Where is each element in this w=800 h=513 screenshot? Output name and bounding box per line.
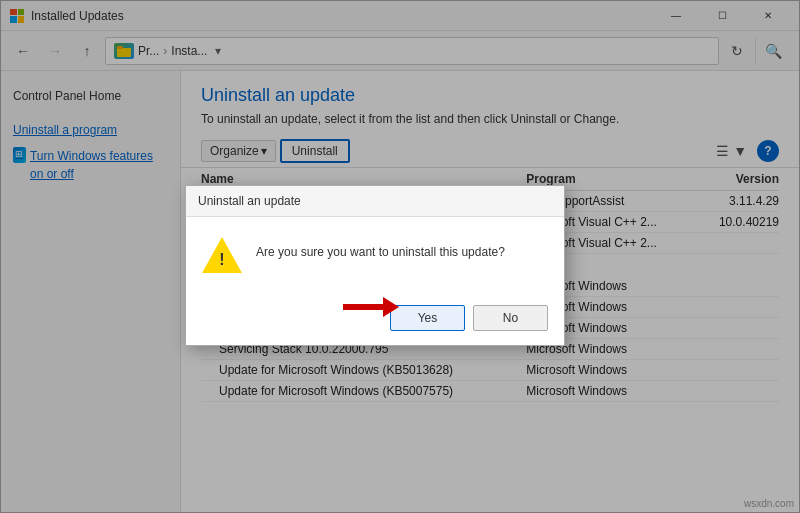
- modal-dialog: Uninstall an update ! Are you sure you w…: [185, 185, 565, 346]
- modal-message: Are you sure you want to uninstall this …: [256, 237, 505, 261]
- arrow-body: [343, 304, 383, 310]
- modal-title-bar: Uninstall an update: [186, 186, 564, 217]
- warning-icon: !: [202, 237, 242, 277]
- modal-overlay: Uninstall an update ! Are you sure you w…: [0, 0, 800, 513]
- yes-button[interactable]: Yes: [390, 305, 465, 331]
- arrow-annotation: [343, 297, 399, 317]
- no-button[interactable]: No: [473, 305, 548, 331]
- arrow-head: [383, 297, 399, 317]
- modal-body: ! Are you sure you want to uninstall thi…: [186, 217, 564, 297]
- modal-footer: Yes No: [186, 297, 564, 345]
